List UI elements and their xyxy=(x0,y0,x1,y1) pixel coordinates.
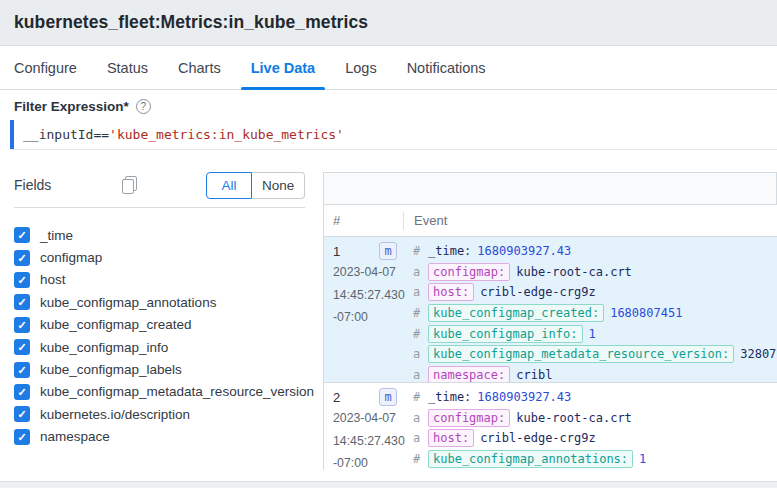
checkbox-checked-icon[interactable]: ✓ xyxy=(14,384,30,400)
event-row-2[interactable]: 2 m 2023-04-07 14:45:27.430 -07:00 # _ti… xyxy=(323,383,777,470)
select-none-button[interactable]: None xyxy=(252,172,305,199)
copy-icon[interactable] xyxy=(122,176,136,193)
field-value[interactable]: cribl-edge-crg9z xyxy=(480,285,596,299)
column-header-number[interactable]: # xyxy=(324,213,403,228)
field-item-kubernetes-io-description[interactable]: ✓ kubernetes.io/description xyxy=(0,403,318,425)
filter-expression-label: Filter Expression* xyxy=(14,99,129,114)
field-label: _time xyxy=(40,228,73,243)
fields-panel-header: Fields All None xyxy=(0,172,318,207)
field-key[interactable]: _time: xyxy=(428,243,471,259)
event-row-1[interactable]: 1 m 2023-04-07 14:45:27.430 -07:00 # _ti… xyxy=(323,237,777,383)
event-field-line: # _time: 1680903927.43 xyxy=(413,241,777,262)
field-value[interactable]: cribl xyxy=(516,368,552,382)
event-time: 14:45:27.430 xyxy=(333,430,403,453)
event-timezone: -07:00 xyxy=(333,306,403,329)
field-value[interactable]: kube-root-ca.crt xyxy=(516,411,632,425)
event-field-line: a configmap: kube-root-ca.crt xyxy=(413,262,777,283)
fields-select-toggle: All None xyxy=(206,172,305,199)
field-value[interactable]: cribl-edge-crg9z xyxy=(480,431,596,445)
checkbox-checked-icon[interactable]: ✓ xyxy=(14,339,30,355)
window-title-bar: kubernetes_fleet:Metrics:in_kube_metrics xyxy=(0,0,777,46)
fields-divider xyxy=(14,207,305,208)
checkbox-checked-icon[interactable]: ✓ xyxy=(14,294,30,310)
event-fields: # _time: 1680903927.43 a configmap: kube… xyxy=(403,383,777,470)
fields-panel: Fields All None ✓ _time ✓ configmap ✓ ho… xyxy=(0,172,318,480)
field-item-kube-configmap-info[interactable]: ✓ kube_configmap_info xyxy=(0,336,318,358)
page-title: kubernetes_fleet:Metrics:in_kube_metrics xyxy=(14,12,368,33)
field-key-pill[interactable]: kube_configmap_created: xyxy=(428,304,604,322)
field-label: configmap xyxy=(40,250,102,265)
checkbox-checked-icon[interactable]: ✓ xyxy=(14,429,30,445)
checkbox-checked-icon[interactable]: ✓ xyxy=(14,362,30,378)
type-number-icon: # xyxy=(413,327,422,341)
event-field-line: # kube_configmap_annotations: 1 xyxy=(413,449,777,470)
tab-charts[interactable]: Charts xyxy=(178,46,221,89)
field-key[interactable]: _time: xyxy=(428,389,471,405)
filter-expression-input[interactable]: __inputId=='kube_metrics:in_kube_metrics… xyxy=(10,120,777,150)
field-key-pill[interactable]: host: xyxy=(428,429,474,447)
type-string-icon: a xyxy=(413,347,422,361)
field-item-configmap[interactable]: ✓ configmap xyxy=(0,246,318,268)
filter-expression-label-row: Filter Expression* ? xyxy=(14,99,151,114)
checkbox-checked-icon[interactable]: ✓ xyxy=(14,250,30,266)
checkbox-checked-icon[interactable]: ✓ xyxy=(14,317,30,333)
type-number-icon: # xyxy=(413,390,422,404)
event-field-line: # kube_configmap_info: 1 xyxy=(413,323,777,344)
tab-logs[interactable]: Logs xyxy=(345,46,376,89)
metric-type-badge[interactable]: m xyxy=(379,242,397,260)
event-fields: # _time: 1680903927.43 a configmap: kube… xyxy=(403,237,777,382)
filter-expression-code: __inputId=='kube_metrics:in_kube_metrics… xyxy=(14,127,344,142)
tab-notifications[interactable]: Notifications xyxy=(407,46,486,89)
field-value[interactable]: 1 xyxy=(639,452,646,466)
checkbox-checked-icon[interactable]: ✓ xyxy=(14,406,30,422)
field-key-pill[interactable]: configmap: xyxy=(428,409,510,427)
field-key-pill[interactable]: kube_configmap_info: xyxy=(428,325,583,343)
field-item-namespace[interactable]: ✓ namespace xyxy=(0,426,318,448)
field-key-pill[interactable]: kube_configmap_metadata_resource_version… xyxy=(428,345,734,363)
column-header-event[interactable]: Event xyxy=(404,213,447,228)
field-value[interactable]: kube-root-ca.crt xyxy=(516,265,632,279)
field-label: kube_configmap_labels xyxy=(40,362,182,377)
tab-configure[interactable]: Configure xyxy=(14,46,77,89)
field-key-pill[interactable]: configmap: xyxy=(428,263,510,281)
checkbox-checked-icon[interactable]: ✓ xyxy=(14,272,30,288)
tab-live-data[interactable]: Live Data xyxy=(251,46,315,89)
field-item-kube-configmap-annotations[interactable]: ✓ kube_configmap_annotations xyxy=(0,291,318,313)
field-label: kube_configmap_annotations xyxy=(40,295,216,310)
event-field-line: a host: cribl-edge-crg9z xyxy=(413,428,777,449)
checkbox-checked-icon[interactable]: ✓ xyxy=(14,227,30,243)
type-string-icon: a xyxy=(413,431,422,445)
field-value[interactable]: 1 xyxy=(589,327,596,341)
fields-title: Fields xyxy=(14,177,51,193)
metric-type-badge[interactable]: m xyxy=(379,388,397,406)
tab-bar: Configure Status Charts Live Data Logs N… xyxy=(0,46,777,90)
tab-status[interactable]: Status xyxy=(107,46,148,89)
event-date: 2023-04-07 xyxy=(333,407,403,430)
type-string-icon: a xyxy=(413,265,422,279)
select-all-button[interactable]: All xyxy=(206,172,252,199)
events-table-header: # Event xyxy=(323,205,777,237)
field-key-pill[interactable]: host: xyxy=(428,283,474,301)
field-key-pill[interactable]: kube_configmap_annotations: xyxy=(428,450,633,468)
field-value[interactable]: 1680903927.43 xyxy=(477,390,571,404)
type-number-icon: # xyxy=(413,452,422,466)
field-label: kube_configmap_created xyxy=(40,317,192,332)
field-item-kube-configmap-created[interactable]: ✓ kube_configmap_created xyxy=(0,314,318,336)
expression-lhs: __inputId== xyxy=(23,127,109,142)
type-number-icon: # xyxy=(413,244,422,258)
field-item-host[interactable]: ✓ host xyxy=(0,269,318,291)
field-item-kube-configmap-labels[interactable]: ✓ kube_configmap_labels xyxy=(0,358,318,380)
field-item-time[interactable]: ✓ _time xyxy=(0,224,318,246)
help-icon[interactable]: ? xyxy=(136,99,151,114)
event-row-meta: 2 m 2023-04-07 14:45:27.430 -07:00 xyxy=(324,383,403,470)
field-key-pill[interactable]: namespace: xyxy=(428,366,510,382)
field-item-kube-configmap-metadata-resource-version[interactable]: ✓ kube_configmap_metadata_resource_versi… xyxy=(0,381,318,403)
field-value[interactable]: 1680903927.43 xyxy=(477,244,571,258)
event-field-line: # _time: 1680903927.43 xyxy=(413,387,777,408)
bottom-status-strip xyxy=(0,481,777,488)
event-timezone: -07:00 xyxy=(333,452,403,470)
field-value[interactable]: 32807 xyxy=(740,347,776,361)
field-label: kube_configmap_info xyxy=(40,340,168,355)
field-value[interactable]: 1680807451 xyxy=(610,306,682,320)
fields-list: ✓ _time ✓ configmap ✓ host ✓ kube_config… xyxy=(0,224,318,448)
